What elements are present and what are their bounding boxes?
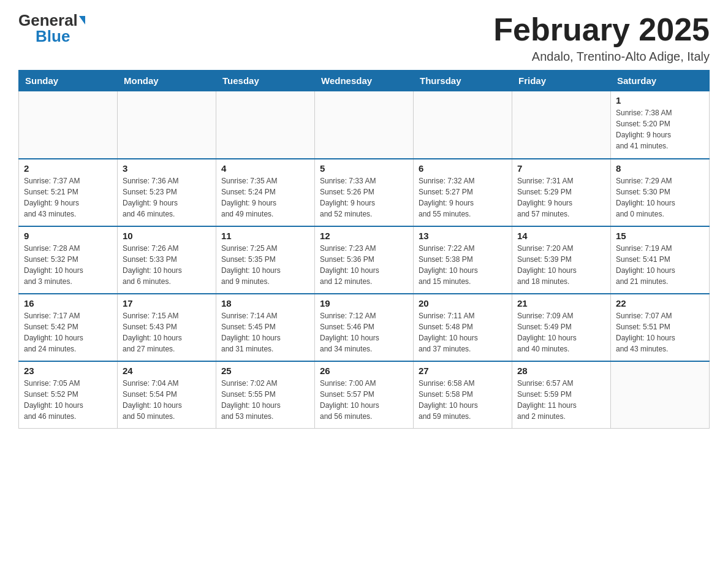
calendar-day-cell: 9Sunrise: 7:28 AM Sunset: 5:32 PM Daylig… [19,226,118,294]
calendar-day-cell: 26Sunrise: 7:00 AM Sunset: 5:57 PM Dayli… [315,361,414,429]
calendar-day-cell [414,91,512,159]
day-number: 24 [123,366,211,376]
logo-triangle-icon [79,16,85,25]
day-info: Sunrise: 7:38 AM Sunset: 5:20 PM Dayligh… [616,107,704,151]
calendar-day-cell [118,91,216,159]
calendar-day-cell: 11Sunrise: 7:25 AM Sunset: 5:35 PM Dayli… [216,226,315,294]
calendar-day-cell: 24Sunrise: 7:04 AM Sunset: 5:54 PM Dayli… [118,361,216,429]
day-number: 7 [517,163,605,174]
calendar-day-cell: 2Sunrise: 7:37 AM Sunset: 5:21 PM Daylig… [19,159,118,226]
day-info: Sunrise: 7:23 AM Sunset: 5:36 PM Dayligh… [320,243,408,287]
day-number: 5 [320,163,408,174]
calendar-day-cell [315,91,414,159]
day-info: Sunrise: 7:14 AM Sunset: 5:45 PM Dayligh… [221,310,309,354]
day-info: Sunrise: 7:20 AM Sunset: 5:39 PM Dayligh… [517,243,605,287]
day-info: Sunrise: 7:19 AM Sunset: 5:41 PM Dayligh… [616,243,704,287]
day-info: Sunrise: 7:17 AM Sunset: 5:42 PM Dayligh… [24,310,112,354]
title-block: February 2025 Andalo, Trentino-Alto Adig… [493,12,710,64]
day-number: 28 [517,366,605,376]
day-number: 19 [320,298,408,308]
day-info: Sunrise: 7:09 AM Sunset: 5:49 PM Dayligh… [517,310,605,354]
calendar-day-cell: 28Sunrise: 6:57 AM Sunset: 5:59 PM Dayli… [512,361,611,429]
day-number: 4 [221,163,309,174]
day-number: 11 [221,231,309,241]
weekday-header-monday: Monday [118,71,216,91]
day-number: 2 [24,163,112,174]
calendar-day-cell: 25Sunrise: 7:02 AM Sunset: 5:55 PM Dayli… [216,361,315,429]
day-info: Sunrise: 7:02 AM Sunset: 5:55 PM Dayligh… [221,378,309,422]
calendar-week-row: 1Sunrise: 7:38 AM Sunset: 5:20 PM Daylig… [19,91,710,159]
weekday-header-tuesday: Tuesday [216,71,315,91]
day-number: 13 [419,231,507,241]
month-title: February 2025 [493,12,710,47]
day-info: Sunrise: 7:35 AM Sunset: 5:24 PM Dayligh… [221,175,309,220]
calendar-day-cell: 8Sunrise: 7:29 AM Sunset: 5:30 PM Daylig… [611,159,710,226]
day-info: Sunrise: 7:22 AM Sunset: 5:38 PM Dayligh… [419,243,507,287]
calendar-week-row: 9Sunrise: 7:28 AM Sunset: 5:32 PM Daylig… [19,226,710,294]
calendar-day-cell: 14Sunrise: 7:20 AM Sunset: 5:39 PM Dayli… [512,226,611,294]
day-info: Sunrise: 7:31 AM Sunset: 5:29 PM Dayligh… [517,175,605,220]
calendar-week-row: 23Sunrise: 7:05 AM Sunset: 5:52 PM Dayli… [19,361,710,429]
day-number: 15 [616,231,704,241]
location-text: Andalo, Trentino-Alto Adige, Italy [493,50,710,64]
calendar-day-cell: 4Sunrise: 7:35 AM Sunset: 5:24 PM Daylig… [216,159,315,226]
day-number: 9 [24,231,112,241]
day-number: 21 [517,298,605,308]
day-info: Sunrise: 7:26 AM Sunset: 5:33 PM Dayligh… [123,243,211,287]
day-info: Sunrise: 7:12 AM Sunset: 5:46 PM Dayligh… [320,310,408,354]
calendar-day-cell: 12Sunrise: 7:23 AM Sunset: 5:36 PM Dayli… [315,226,414,294]
weekday-header-friday: Friday [512,71,611,91]
weekday-header-wednesday: Wednesday [315,71,414,91]
calendar-day-cell: 21Sunrise: 7:09 AM Sunset: 5:49 PM Dayli… [512,294,611,361]
day-info: Sunrise: 7:04 AM Sunset: 5:54 PM Dayligh… [123,378,211,422]
calendar-day-cell: 15Sunrise: 7:19 AM Sunset: 5:41 PM Dayli… [611,226,710,294]
calendar-table: SundayMondayTuesdayWednesdayThursdayFrid… [18,70,710,429]
day-number: 10 [123,231,211,241]
calendar-day-cell: 27Sunrise: 6:58 AM Sunset: 5:58 PM Dayli… [414,361,512,429]
day-info: Sunrise: 7:36 AM Sunset: 5:23 PM Dayligh… [123,175,211,220]
day-number: 26 [320,366,408,376]
day-number: 27 [419,366,507,376]
day-info: Sunrise: 7:11 AM Sunset: 5:48 PM Dayligh… [419,310,507,354]
day-info: Sunrise: 7:25 AM Sunset: 5:35 PM Dayligh… [221,243,309,287]
calendar-day-cell: 22Sunrise: 7:07 AM Sunset: 5:51 PM Dayli… [611,294,710,361]
day-info: Sunrise: 6:58 AM Sunset: 5:58 PM Dayligh… [419,378,507,422]
day-number: 18 [221,298,309,308]
day-info: Sunrise: 7:07 AM Sunset: 5:51 PM Dayligh… [616,310,704,354]
day-number: 6 [419,163,507,174]
calendar-day-cell [216,91,315,159]
calendar-day-cell: 3Sunrise: 7:36 AM Sunset: 5:23 PM Daylig… [118,159,216,226]
logo-blue-text: Blue [36,28,70,44]
page-header: General Blue February 2025 Andalo, Trent… [18,12,710,64]
day-number: 14 [517,231,605,241]
weekday-header-thursday: Thursday [414,71,512,91]
calendar-day-cell: 19Sunrise: 7:12 AM Sunset: 5:46 PM Dayli… [315,294,414,361]
calendar-day-cell [512,91,611,159]
weekday-header-sunday: Sunday [19,71,118,91]
day-info: Sunrise: 7:32 AM Sunset: 5:27 PM Dayligh… [419,175,507,220]
day-number: 16 [24,298,112,308]
day-number: 23 [24,366,112,376]
calendar-day-cell: 5Sunrise: 7:33 AM Sunset: 5:26 PM Daylig… [315,159,414,226]
day-number: 17 [123,298,211,308]
day-info: Sunrise: 7:33 AM Sunset: 5:26 PM Dayligh… [320,175,408,220]
calendar-day-cell: 18Sunrise: 7:14 AM Sunset: 5:45 PM Dayli… [216,294,315,361]
calendar-day-cell: 17Sunrise: 7:15 AM Sunset: 5:43 PM Dayli… [118,294,216,361]
day-number: 25 [221,366,309,376]
day-info: Sunrise: 6:57 AM Sunset: 5:59 PM Dayligh… [517,378,605,422]
day-number: 3 [123,163,211,174]
logo-general-text: General [18,12,78,28]
calendar-day-cell: 20Sunrise: 7:11 AM Sunset: 5:48 PM Dayli… [414,294,512,361]
calendar-day-cell: 13Sunrise: 7:22 AM Sunset: 5:38 PM Dayli… [414,226,512,294]
calendar-day-cell: 23Sunrise: 7:05 AM Sunset: 5:52 PM Dayli… [19,361,118,429]
day-info: Sunrise: 7:28 AM Sunset: 5:32 PM Dayligh… [24,243,112,287]
calendar-day-cell: 10Sunrise: 7:26 AM Sunset: 5:33 PM Dayli… [118,226,216,294]
day-info: Sunrise: 7:05 AM Sunset: 5:52 PM Dayligh… [24,378,112,422]
weekday-header-saturday: Saturday [611,71,710,91]
calendar-day-cell: 7Sunrise: 7:31 AM Sunset: 5:29 PM Daylig… [512,159,611,226]
day-number: 8 [616,163,704,174]
day-info: Sunrise: 7:00 AM Sunset: 5:57 PM Dayligh… [320,378,408,422]
calendar-week-row: 2Sunrise: 7:37 AM Sunset: 5:21 PM Daylig… [19,159,710,226]
calendar-day-cell: 1Sunrise: 7:38 AM Sunset: 5:20 PM Daylig… [611,91,710,159]
day-number: 20 [419,298,507,308]
